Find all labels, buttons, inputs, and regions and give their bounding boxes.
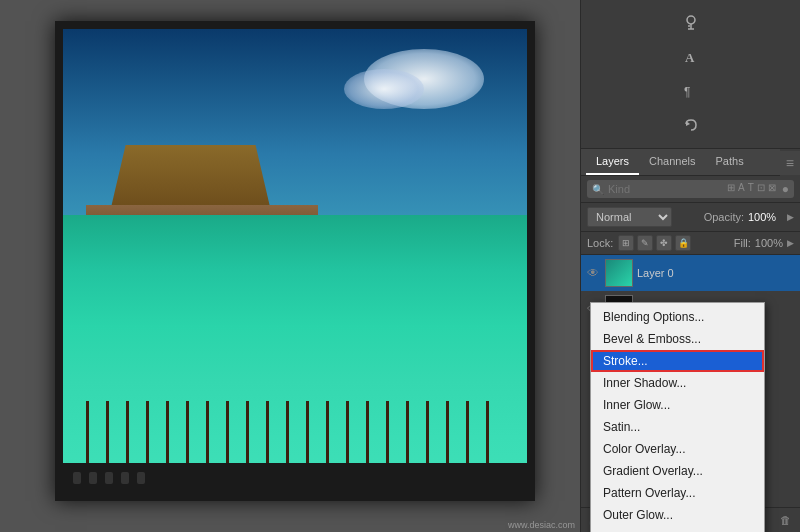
svg-text:¶: ¶ [684,85,690,99]
image-frame [55,21,535,501]
app-container: www.desiac.com A ¶ [0,0,800,532]
filter-icon-3[interactable]: T [748,182,754,196]
filter-icon-1[interactable]: ⊞ [727,182,735,196]
opacity-row: Opacity: 100% ▶ [704,211,794,223]
tab-paths[interactable]: Paths [706,149,754,175]
filter-toggle[interactable]: ● [782,182,789,196]
lock-row: Lock: ⊞ ✎ ✤ 🔒 Fill: 100% ▶ [581,232,800,255]
layer-0-thumbnail [605,259,633,287]
filter-icon-2[interactable]: A [738,182,745,196]
panel-menu-icon[interactable]: ≡ [780,151,800,175]
menu-item-inner-glow[interactable]: Inner Glow... [591,394,764,416]
lock-icons: ⊞ ✎ ✤ 🔒 [618,235,691,251]
menu-item-color-overlay[interactable]: Color Overlay... [591,438,764,460]
menu-item-outer-glow[interactable]: Outer Glow... [591,504,764,526]
filmstrip-holes [63,472,155,484]
search-input-wrapper: 🔍 ⊞ A T ⊡ ⊠ ● [587,180,794,198]
fill-label: Fill: [734,237,751,249]
svg-marker-6 [686,121,690,126]
blend-mode-select[interactable]: Normal Multiply Screen [587,207,672,227]
svg-point-0 [687,16,695,24]
menu-item-bevel-emboss[interactable]: Bevel & Emboss... [591,328,764,350]
opacity-label: Opacity: [704,211,744,223]
search-bar: 🔍 ⊞ A T ⊡ ⊠ ● [581,176,800,203]
character-tool-icon[interactable] [676,8,706,38]
context-menu: Blending Options... Bevel & Emboss... St… [590,302,765,532]
canvas-wrapper [10,10,580,512]
filmstrip-hole [89,472,97,484]
tool-icons-panel: A ¶ [581,0,800,149]
blend-mode-row: Normal Multiply Screen Opacity: 100% ▶ [581,203,800,232]
hut-roof [109,145,271,215]
lock-label: Lock: [587,237,613,249]
menu-item-gradient-overlay[interactable]: Gradient Overlay... [591,460,764,482]
paragraph-tool-icon[interactable]: ¶ [676,76,706,106]
tab-channels[interactable]: Channels [639,149,705,175]
undo-tool-icon[interactable] [676,110,706,140]
filter-icon-5[interactable]: ⊠ [768,182,776,196]
fill-row: Fill: 100% ▶ [734,237,794,249]
filmstrip-hole [73,472,81,484]
fill-arrow: ▶ [787,238,794,248]
filmstrip-hole [105,472,113,484]
lock-pixels-btn[interactable]: ⊞ [618,235,634,251]
delete-layer-btn[interactable]: 🗑 [775,511,795,529]
filmstrip-hole [121,472,129,484]
layers-panel: Layers Channels Paths ≡ 🔍 ⊞ A T ⊡ ⊠ [581,149,800,532]
filmstrip-hole [137,472,145,484]
search-filter-icons: ⊞ A T ⊡ ⊠ ● [727,182,789,196]
canvas-area: www.desiac.com [0,0,580,532]
panel-header: Layers Channels Paths ≡ [581,149,800,176]
tab-layers[interactable]: Layers [586,149,639,175]
search-input[interactable] [608,183,688,195]
menu-item-blending-options[interactable]: Blending Options... [591,306,764,328]
menu-item-stroke[interactable]: Stroke... [591,350,764,372]
opacity-value[interactable]: 100% [748,211,783,223]
menu-item-drop-shadow[interactable]: Drop Shadow... [591,526,764,532]
opacity-arrow: ▶ [787,212,794,222]
lock-move-btn[interactable]: ✤ [656,235,672,251]
layer-0-thumb-image [606,260,632,286]
clouds [225,39,503,112]
search-magnifier-icon: 🔍 [592,184,604,195]
fill-value[interactable]: 100% [755,237,783,249]
menu-item-satin[interactable]: Satin... [591,416,764,438]
watermark: www.desiac.com [508,520,575,530]
menu-item-pattern-overlay[interactable]: Pattern Overlay... [591,482,764,504]
right-panel: A ¶ Layers Channels [580,0,800,532]
lock-position-btn[interactable]: ✎ [637,235,653,251]
menu-item-inner-shadow[interactable]: Inner Shadow... [591,372,764,394]
layer-row-0[interactable]: 👁 Layer 0 [581,255,800,291]
filmstrip [63,463,527,493]
filter-icon-4[interactable]: ⊡ [757,182,765,196]
layer-0-name: Layer 0 [637,267,796,279]
type-tool-icon[interactable]: A [676,42,706,72]
layer-0-visibility-icon[interactable]: 👁 [585,265,601,281]
water-layer [63,215,527,493]
panel-tabs: Layers Channels Paths [581,149,780,176]
lock-all-btn[interactable]: 🔒 [675,235,691,251]
svg-text:A: A [685,50,695,65]
